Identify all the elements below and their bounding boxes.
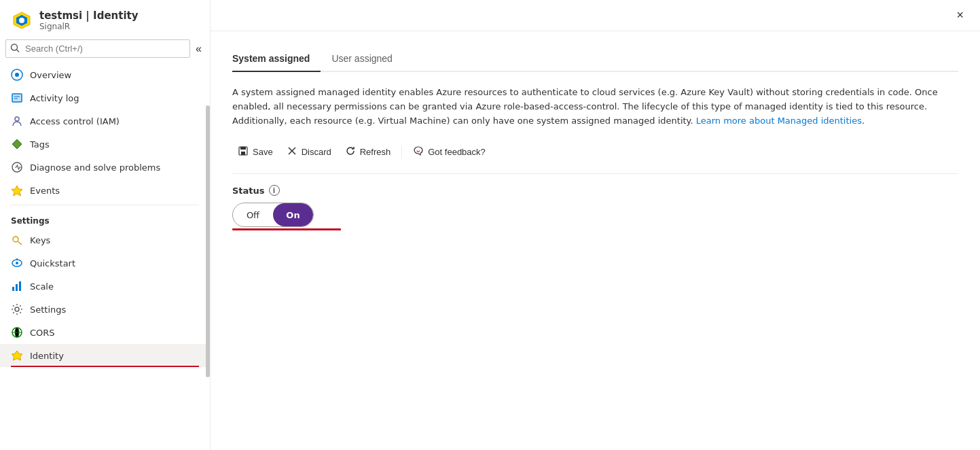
search-input[interactable] <box>5 39 190 58</box>
sidebar-item-label: Overview <box>30 70 71 80</box>
svg-marker-27 <box>12 351 22 360</box>
sidebar-item-diagnose[interactable]: Diagnose and solve problems <box>0 156 210 179</box>
section-divider <box>11 205 199 205</box>
sidebar-item-label: CORS <box>30 328 55 338</box>
tags-icon <box>11 138 23 150</box>
svg-point-4 <box>12 44 18 50</box>
sidebar-item-overview[interactable]: Overview <box>0 63 210 86</box>
discard-label: Discard <box>302 147 331 157</box>
app-title: testmsi | Identity <box>39 10 139 22</box>
discard-icon <box>287 145 297 158</box>
sidebar-item-label: Quickstart <box>30 258 75 269</box>
status-section: Status i Off On <box>232 185 958 230</box>
sidebar-item-label: Tags <box>30 139 50 150</box>
status-text: Status <box>232 186 265 196</box>
toggle-active-indicator <box>232 228 341 230</box>
sidebar-item-label: Events <box>30 186 60 196</box>
svg-rect-29 <box>241 152 245 155</box>
sidebar-nav: Overview Activity log Access control (IA… <box>0 63 210 367</box>
main-content: × System assigned User assigned A system… <box>211 0 980 450</box>
diagnose-icon <box>11 161 23 173</box>
top-bar: × <box>211 0 980 31</box>
feedback-label: Got feedback? <box>428 147 486 157</box>
sidebar-scrollbar-track <box>206 0 210 450</box>
status-info-icon[interactable]: i <box>269 185 280 196</box>
svg-marker-12 <box>12 139 22 149</box>
close-button[interactable]: × <box>951 5 969 25</box>
toolbar: Save Discard Refresh Got feedback? <box>232 141 958 174</box>
search-icon <box>10 43 20 54</box>
tabs: System assigned User assigned <box>232 48 958 72</box>
sidebar: testmsi | Identity SignalR « Overview Ac… <box>0 0 211 450</box>
sidebar-item-cors[interactable]: CORS <box>0 321 210 344</box>
description-text: A system assigned managed identity enabl… <box>232 86 945 128</box>
svg-rect-20 <box>12 287 14 291</box>
toggle-wrapper: Off On <box>232 203 341 230</box>
sidebar-item-label: Settings <box>30 305 66 315</box>
svg-point-11 <box>15 117 19 121</box>
sidebar-item-access-control[interactable]: Access control (IAM) <box>0 109 210 133</box>
identity-icon <box>11 349 23 362</box>
sidebar-header: testmsi | Identity SignalR <box>0 0 210 37</box>
access-control-icon <box>11 115 23 127</box>
tab-system-assigned[interactable]: System assigned <box>232 48 321 72</box>
svg-rect-30 <box>240 147 246 150</box>
activity-log-icon <box>11 92 23 104</box>
refresh-icon <box>345 145 356 158</box>
svg-point-7 <box>15 73 19 77</box>
toggle-off-option[interactable]: Off <box>233 203 273 226</box>
svg-marker-14 <box>12 186 22 196</box>
save-icon <box>238 145 249 158</box>
save-label: Save <box>253 147 273 157</box>
sidebar-item-events[interactable]: Events <box>0 179 210 202</box>
svg-line-5 <box>17 50 20 52</box>
sidebar-item-identity[interactable]: Identity <box>0 344 210 367</box>
app-icon <box>11 10 33 31</box>
feedback-icon <box>413 145 424 158</box>
sidebar-item-scale[interactable]: Scale <box>0 275 210 298</box>
svg-line-16 <box>18 241 22 245</box>
sidebar-item-label: Activity log <box>30 93 79 103</box>
settings-section-label: Settings <box>0 208 210 228</box>
overview-icon <box>11 69 23 81</box>
sidebar-item-label: Keys <box>30 235 50 245</box>
save-button[interactable]: Save <box>232 141 278 162</box>
tab-user-assigned[interactable]: User assigned <box>331 48 403 72</box>
status-toggle[interactable]: Off On <box>232 203 314 227</box>
app-subtitle: SignalR <box>39 22 139 31</box>
sidebar-item-quickstart[interactable]: Quickstart <box>0 252 210 275</box>
sidebar-item-label: Access control (IAM) <box>30 116 120 126</box>
sidebar-item-settings[interactable]: Settings <box>0 298 210 321</box>
svg-point-3 <box>19 18 24 23</box>
search-input-wrap <box>5 39 190 58</box>
svg-rect-8 <box>12 94 22 102</box>
svg-point-23 <box>15 307 19 311</box>
keys-icon <box>11 234 23 246</box>
search-container: « <box>5 39 204 58</box>
learn-more-link[interactable]: Learn more about Managed identities <box>696 116 862 126</box>
collapse-sidebar-button[interactable]: « <box>193 40 204 58</box>
sidebar-item-activity-log[interactable]: Activity log <box>0 86 210 109</box>
toolbar-separator <box>401 145 402 159</box>
refresh-button[interactable]: Refresh <box>340 141 397 162</box>
sidebar-item-label: Identity <box>30 351 64 361</box>
svg-point-15 <box>13 237 18 242</box>
scale-icon <box>11 280 23 292</box>
feedback-button[interactable]: Got feedback? <box>407 141 491 162</box>
sidebar-scrollbar-thumb[interactable] <box>206 105 210 377</box>
svg-rect-21 <box>16 284 18 291</box>
refresh-label: Refresh <box>360 147 391 157</box>
sidebar-item-tags[interactable]: Tags <box>0 133 210 156</box>
sidebar-item-label: Diagnose and solve problems <box>30 162 160 173</box>
cors-icon <box>11 326 23 339</box>
svg-rect-22 <box>19 281 21 291</box>
svg-point-18 <box>16 262 18 264</box>
content-area: System assigned User assigned A system a… <box>211 31 980 450</box>
toggle-on-option[interactable]: On <box>273 203 313 226</box>
app-title-block: testmsi | Identity SignalR <box>39 10 139 31</box>
status-label: Status i <box>232 185 958 196</box>
discard-button[interactable]: Discard <box>281 141 337 162</box>
settings-icon <box>11 303 23 315</box>
sidebar-item-label: Scale <box>30 281 54 292</box>
sidebar-item-keys[interactable]: Keys <box>0 228 210 252</box>
